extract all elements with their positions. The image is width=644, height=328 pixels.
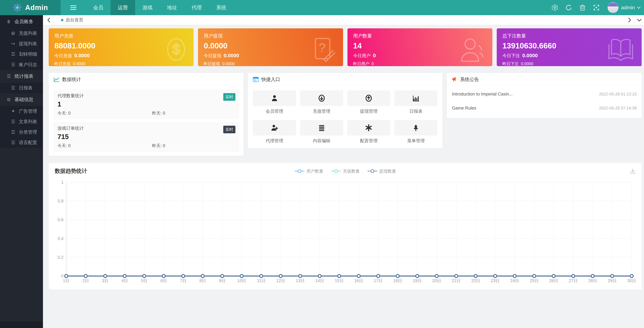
quick-tile-agent-management[interactable]: 代理管理 <box>253 120 296 144</box>
avatar[interactable] <box>608 2 618 13</box>
svg-text:27日: 27日 <box>569 278 578 283</box>
svg-text:13日: 13日 <box>296 278 305 283</box>
user-icon <box>270 94 278 102</box>
nav-item-members[interactable]: 会员 <box>86 0 110 15</box>
sidebar-item-account-log[interactable]: ☰ 账户日志 <box>0 59 43 70</box>
sidebar-section-basic-info[interactable]: ⧉ 基础信息 <box>0 93 43 106</box>
nav-item-address[interactable]: 地址 <box>160 0 184 15</box>
svg-text:15日: 15日 <box>335 278 344 283</box>
brand[interactable]: Admin <box>0 0 61 15</box>
trash-icon[interactable] <box>576 0 590 15</box>
list-icon: ☰ <box>10 119 17 124</box>
svg-text:20日: 20日 <box>432 278 441 283</box>
nav-item-operations[interactable]: 运营 <box>110 0 135 15</box>
stat-cards-row: 用户充值 88081.0000 今日充值0.0000 昨日充值0.0000 $ … <box>49 28 642 66</box>
svg-text:29日: 29日 <box>608 278 617 283</box>
sidebar-item-daily-report[interactable]: ☰ 日报表 <box>0 83 43 93</box>
trend-chart-panel: 数据趋势统计 用户数量 充值数量 提现数量 <box>49 163 642 289</box>
quick-tile-member-management[interactable]: 会员管理 <box>253 90 296 114</box>
stat-card-user-withdraw: 用户提现 0.0000 今日提现0.0000 昨日提现0.0000 ? <box>198 28 343 66</box>
user-menu[interactable]: admin <box>621 5 641 11</box>
svg-text:6日: 6日 <box>160 278 167 283</box>
quick-tile-withdraw-management[interactable]: 提现管理 <box>347 90 390 114</box>
sidebar-item-language-config[interactable]: ☰ 语言配置 <box>0 137 43 148</box>
sidebar-footer-bar <box>0 321 43 328</box>
users-icon <box>460 36 485 63</box>
dollar-circle-icon: $ <box>166 37 186 62</box>
tree-icon <box>412 124 420 132</box>
svg-text:12日: 12日 <box>276 278 285 283</box>
quick-tile-config-management[interactable]: 配置管理 <box>347 120 390 144</box>
sidebar-section-member-accounting[interactable]: ฿ 会员账务 <box>0 15 43 28</box>
quick-tile-menu-management[interactable]: 菜单管理 <box>394 120 438 144</box>
refresh-icon[interactable] <box>562 0 576 15</box>
list-icon: ☰ <box>10 52 17 57</box>
brand-title: Admin <box>25 4 48 12</box>
announcement-item[interactable]: Introduction to Imperial Casin... 2022-0… <box>452 87 636 101</box>
download-chart-icon[interactable] <box>630 168 636 174</box>
sidebar-item-recharge-list[interactable]: ⊞ 充值列表 <box>0 28 43 39</box>
panel-title: 快捷入口 <box>261 76 280 83</box>
svg-text:0.4: 0.4 <box>58 236 64 241</box>
svg-text:25日: 25日 <box>530 278 539 283</box>
nav-item-agents[interactable]: 代理 <box>184 0 209 15</box>
list-icon: ☰ <box>5 74 12 79</box>
circle-arrow-up-icon <box>365 94 372 102</box>
announcement-item[interactable]: Game Rules 2022-05-25 07:14:39 <box>452 101 636 115</box>
sidebar-item-ad-management[interactable]: ✦ 广告管理 <box>0 106 43 116</box>
stat-card-total-bets: 总下注数量 13910630.6660 今日下注0.0000 昨日下注0.000… <box>497 28 642 66</box>
asterisk-icon <box>365 124 372 132</box>
svg-text:0.8: 0.8 <box>58 199 64 203</box>
nav-item-games[interactable]: 游戏 <box>135 0 160 15</box>
game-order-stat-card: 游戏订单统计 实时 715 今天: 0 昨天: 0 <box>53 122 239 152</box>
svg-text:$: $ <box>172 41 180 57</box>
list-icon: ☰ <box>10 129 17 135</box>
open-book-icon <box>607 38 634 61</box>
nav-item-system[interactable]: 系统 <box>209 0 234 15</box>
sidebar-item-category-management[interactable]: ☰ 分类管理 <box>0 127 43 137</box>
copy-icon: ⧉ <box>5 97 12 102</box>
svg-text:30日: 30日 <box>627 278 636 283</box>
sidebar-section-stat-reports[interactable]: ☰ 统计报表 <box>0 70 43 83</box>
share-arrow-icon: ↪ <box>10 41 17 46</box>
svg-text:9日: 9日 <box>219 278 226 283</box>
megaphone-icon <box>452 77 457 82</box>
svg-text:21日: 21日 <box>452 278 461 283</box>
sidebar-item-transfer-detail[interactable]: ☰ 划转明细 <box>0 49 43 59</box>
data-stats-panel: 数据统计 代理数量统计 实时 1 今天: 0 昨天: 0 <box>49 73 244 156</box>
user-name: admin <box>621 5 635 11</box>
tabs-scroll-right-icon[interactable] <box>624 15 634 25</box>
svg-text:28日: 28日 <box>588 278 597 283</box>
circle-arrow-down-icon <box>318 94 326 102</box>
list-icon: ☰ <box>10 140 17 145</box>
agent-count-stat-card: 代理数量统计 实时 1 今天: 0 昨天: 0 <box>53 89 239 119</box>
svg-text:16日: 16日 <box>354 278 363 283</box>
window-icon <box>253 77 259 82</box>
language-globe-icon[interactable] <box>548 0 562 15</box>
tabbar: 后台首页 <box>43 15 644 25</box>
trend-chart: 00.20.40.60.811日2日3日4日5日6日7日8日9日10日11日12… <box>49 177 642 287</box>
legend-item-withdraw[interactable]: 提现数量 <box>367 169 396 174</box>
stat-card-user-count: 用户数量 14 今日用户0 昨日用户0 <box>348 28 492 66</box>
legend-item-recharge[interactable]: 充值数量 <box>331 169 360 174</box>
list-icon: ☰ <box>10 62 17 67</box>
svg-text:24日: 24日 <box>510 278 519 283</box>
svg-text:0: 0 <box>61 274 64 278</box>
list-icon: ☰ <box>10 85 17 91</box>
tabs-scroll-left-icon[interactable] <box>43 15 55 25</box>
fullscreen-icon[interactable] <box>590 0 603 15</box>
quick-tile-daily-report[interactable]: 日报表 <box>394 90 438 114</box>
sidebar-item-article-list[interactable]: ☰ 文章列表 <box>0 116 43 127</box>
plus-square-icon: ⊞ <box>10 31 17 36</box>
collapse-sidebar-icon[interactable] <box>61 0 86 15</box>
bar-chart-icon <box>412 94 420 102</box>
navbar-actions: admin <box>548 0 644 15</box>
tab-dashboard-home[interactable]: 后台首页 <box>55 15 90 25</box>
quick-tile-content-editing[interactable]: 内容编辑 <box>300 120 343 144</box>
legend-item-users[interactable]: 用户数量 <box>294 169 323 174</box>
content: 用户充值 88081.0000 今日充值0.0000 昨日充值0.0000 $ … <box>43 25 644 289</box>
tabs-menu-icon[interactable] <box>634 15 644 25</box>
svg-text:14日: 14日 <box>315 278 324 283</box>
quick-tile-recharge-management[interactable]: 充值管理 <box>300 90 343 114</box>
sidebar-item-withdraw-list[interactable]: ↪ 提现列表 <box>0 39 43 49</box>
